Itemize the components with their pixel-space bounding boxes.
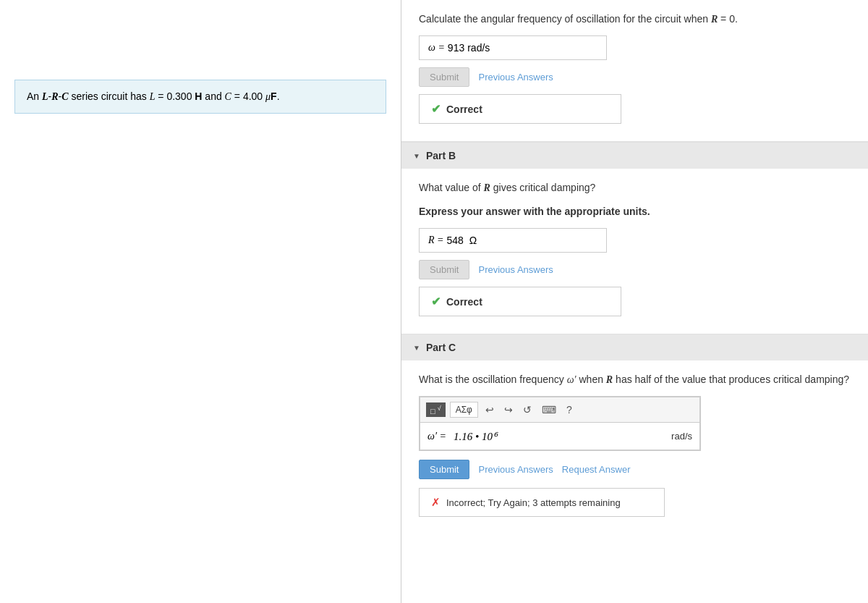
part-a-answer-row: ω = 913 rad/s — [419, 35, 851, 60]
part-b-header-label: Part B — [426, 150, 456, 161]
part-a-correct-box: ✔ Correct — [419, 94, 621, 124]
part-b-answer-unit: Ω — [467, 235, 477, 246]
part-b-answer-box: R = 548 Ω — [419, 228, 607, 253]
part-c-request-answer-link[interactable]: Request Answer — [562, 464, 631, 475]
part-c-x-icon: ✗ — [431, 496, 441, 509]
part-b-header[interactable]: ▼ Part B — [401, 143, 868, 169]
part-c-answer-row: ω′ = rad/s — [420, 423, 700, 450]
part-c-previous-answers-link[interactable]: Previous Answers — [478, 464, 553, 475]
part-b-content: What value of R gives critical damping? … — [401, 169, 868, 334]
part-a-answer-value: 913 — [448, 42, 464, 54]
part-a-answer-box: ω = 913 rad/s — [419, 35, 607, 60]
refresh-button[interactable]: ↺ — [520, 402, 535, 417]
part-c-input-field[interactable] — [451, 427, 665, 445]
symbol-button[interactable]: ΑΣφ — [450, 402, 478, 418]
part-b-previous-answers-link[interactable]: Previous Answers — [478, 264, 553, 275]
part-c-unit: rad/s — [665, 431, 692, 442]
part-b-check-icon: ✔ — [431, 295, 441, 308]
part-a-correct-label: Correct — [446, 104, 482, 115]
part-a-submit-button[interactable]: Submit — [419, 67, 469, 87]
part-b-submit-row: Submit Previous Answers — [419, 260, 851, 279]
part-a-previous-answers-link[interactable]: Previous Answers — [478, 72, 553, 83]
part-a-submit-row: Submit Previous Answers — [419, 67, 851, 87]
part-b-question-line2: Express your answer with the appropriate… — [419, 204, 851, 219]
part-c-incorrect-message: Incorrect; Try Again; 3 attempts remaini… — [446, 497, 621, 508]
part-a-question: Calculate the angular frequency of oscil… — [419, 12, 851, 27]
matrix-button[interactable]: □ √ — [426, 402, 446, 418]
right-panel: Calculate the angular frequency of oscil… — [401, 0, 868, 603]
part-b-answer-value: 548 — [447, 235, 464, 246]
part-a-answer-unit: rad/s — [467, 42, 490, 54]
help-button[interactable]: ? — [563, 402, 575, 417]
part-a-check-icon: ✔ — [431, 102, 441, 116]
part-a-section: Calculate the angular frequency of oscil… — [401, 0, 868, 142]
part-c-submit-button[interactable]: Submit — [419, 460, 469, 479]
part-c-chevron-icon: ▼ — [413, 344, 420, 352]
keyboard-button[interactable]: ⌨ — [539, 402, 559, 417]
sqrt-icon: √ — [438, 405, 441, 412]
part-c-header-label: Part C — [426, 342, 456, 353]
part-b-section: ▼ Part B What value of R gives critical … — [401, 142, 868, 334]
part-b-submit-button[interactable]: Submit — [419, 260, 469, 279]
undo-button[interactable]: ↩ — [482, 402, 497, 417]
part-c-content: What is the oscillation frequency ω′ whe… — [401, 360, 868, 534]
matrix-icon: □ — [430, 406, 435, 415]
part-b-answer-label: R = — [428, 235, 444, 246]
part-c-incorrect-box: ✗ Incorrect; Try Again; 3 attempts remai… — [419, 488, 665, 517]
part-c-answer-label: ω′ = — [427, 431, 446, 442]
part-b-correct-box: ✔ Correct — [419, 287, 621, 316]
part-c-question: What is the oscillation frequency ω′ whe… — [419, 372, 851, 387]
part-c-input-container: □ √ ΑΣφ ↩ ↪ ↺ ⌨ ? ω′ = rad/s — [419, 396, 701, 451]
part-b-question-line1: What value of R gives critical damping? — [419, 180, 851, 195]
redo-button[interactable]: ↪ — [501, 402, 516, 417]
left-panel: An L-R-C series circuit has L = 0.300 H … — [0, 0, 401, 603]
part-c-toolbar: □ √ ΑΣφ ↩ ↪ ↺ ⌨ ? — [420, 397, 700, 423]
part-c-section: ▼ Part C What is the oscillation frequen… — [401, 334, 868, 534]
problem-statement: An L-R-C series circuit has L = 0.300 H … — [14, 80, 386, 114]
part-b-answer-row: R = 548 Ω — [419, 228, 851, 253]
part-c-header[interactable]: ▼ Part C — [401, 334, 868, 360]
part-b-correct-label: Correct — [446, 296, 482, 308]
part-b-chevron-icon: ▼ — [413, 152, 420, 160]
part-a-answer-label: ω = — [428, 42, 445, 54]
part-c-submit-row: Submit Previous Answers Request Answer — [419, 460, 851, 479]
